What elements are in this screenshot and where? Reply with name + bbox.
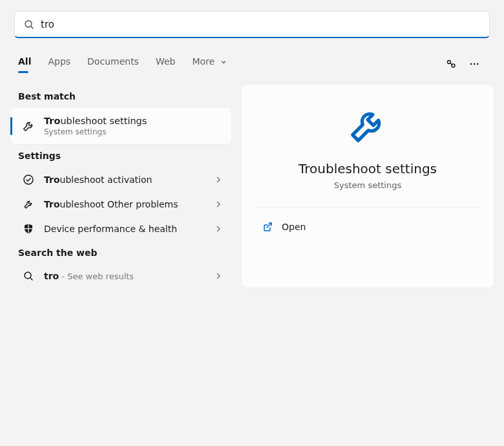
open-action[interactable]: Open (255, 214, 481, 240)
svg-point-7 (477, 63, 479, 65)
settings-result-activation[interactable]: Troubleshoot activation (10, 167, 231, 192)
open-external-icon (260, 222, 275, 232)
preview-subtitle: System settings (334, 180, 401, 190)
chevron-right-icon (215, 176, 222, 184)
search-options-icon (445, 58, 457, 70)
chevron-down-icon (220, 59, 227, 65)
chevron-right-icon (215, 200, 222, 208)
svg-point-8 (24, 175, 33, 184)
filter-tabs: All Apps Documents Web More (0, 52, 504, 76)
tab-web[interactable]: Web (156, 56, 176, 72)
svg-point-2 (448, 61, 451, 64)
svg-line-4 (450, 63, 452, 65)
section-best-match: Best match (10, 85, 231, 108)
results-list: Best match Troubleshoot settings System … (10, 85, 231, 288)
best-match-subtitle: System settings (44, 127, 147, 136)
wrench-icon (19, 119, 37, 133)
preview-title: Troubleshoot settings (299, 161, 437, 176)
best-match-result[interactable]: Troubleshoot settings System settings (10, 108, 231, 144)
svg-line-12 (30, 278, 33, 281)
settings-result-other-problems[interactable]: Troubleshoot Other problems (10, 192, 231, 217)
ellipsis-icon (468, 58, 480, 70)
check-circle-icon (19, 174, 37, 186)
svg-point-5 (470, 63, 472, 65)
tab-documents[interactable]: Documents (87, 56, 139, 72)
web-result[interactable]: tro - See web results (10, 264, 231, 288)
wrench-icon (19, 198, 37, 210)
search-icon (24, 19, 34, 30)
search-options-button[interactable] (439, 52, 463, 76)
svg-rect-10 (25, 228, 32, 229)
search-input[interactable] (41, 19, 480, 30)
svg-point-0 (25, 21, 32, 27)
tab-all[interactable]: All (18, 56, 31, 72)
shield-icon (19, 223, 37, 235)
tab-apps[interactable]: Apps (48, 56, 70, 72)
tab-more[interactable]: More (192, 56, 226, 72)
settings-result-device-health[interactable]: Device performance & health (10, 217, 231, 241)
best-match-title: Troubleshoot settings (44, 116, 147, 126)
section-settings: Settings (10, 144, 231, 167)
svg-point-3 (452, 64, 455, 67)
open-action-label: Open (282, 222, 306, 232)
more-options-button[interactable] (463, 52, 486, 76)
svg-point-6 (474, 63, 476, 65)
search-box[interactable] (14, 11, 490, 38)
section-search-web: Search the web (10, 241, 231, 264)
svg-line-1 (31, 27, 34, 29)
chevron-right-icon (215, 272, 222, 280)
search-icon (19, 271, 37, 281)
preview-panel: Troubleshoot settings System settings Op… (242, 85, 494, 288)
svg-point-11 (25, 272, 31, 279)
wrench-icon (345, 103, 390, 151)
chevron-right-icon (215, 225, 222, 233)
